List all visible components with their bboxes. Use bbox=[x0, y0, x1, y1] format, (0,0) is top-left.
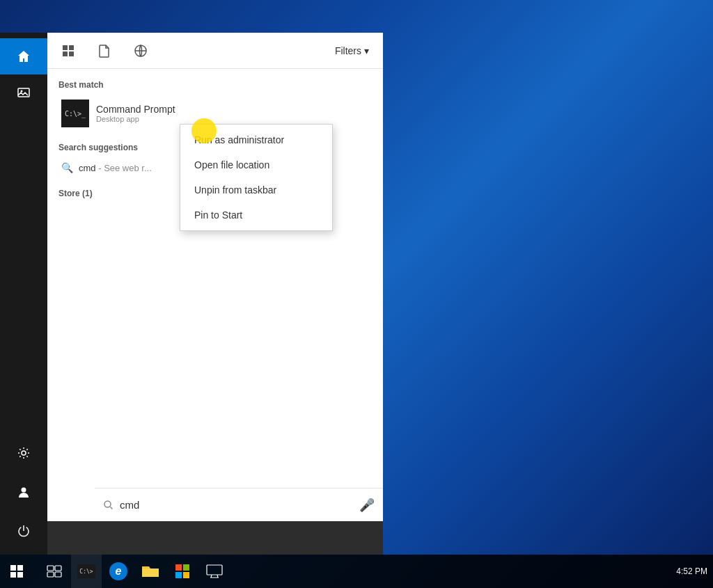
search-input[interactable] bbox=[120, 499, 354, 511]
file-explorer-taskbar-icon[interactable] bbox=[135, 555, 166, 588]
svg-rect-4 bbox=[63, 45, 68, 50]
edge-taskbar-icon[interactable]: e bbox=[103, 555, 134, 588]
monitor-icon bbox=[206, 564, 223, 578]
windows-logo-icon bbox=[10, 564, 24, 578]
svg-rect-21 bbox=[183, 572, 189, 578]
svg-rect-5 bbox=[69, 45, 74, 50]
taskbar-pinned-icons: C:\> e bbox=[39, 555, 230, 588]
sidebar-settings-icon[interactable] bbox=[0, 435, 47, 471]
svg-point-3 bbox=[22, 488, 26, 493]
documents-tab[interactable] bbox=[92, 38, 117, 63]
svg-rect-11 bbox=[17, 565, 23, 571]
svg-point-2 bbox=[22, 451, 26, 455]
task-view-button[interactable] bbox=[39, 555, 70, 588]
start-search-bar: 🎤 bbox=[95, 488, 383, 521]
context-menu: Run as administrator Open file location … bbox=[180, 124, 333, 231]
task-view-icon bbox=[47, 565, 62, 578]
sidebar-photos-icon[interactable] bbox=[0, 74, 47, 111]
desktop-taskbar-icon[interactable] bbox=[199, 555, 230, 588]
best-match-label: Best match bbox=[58, 80, 372, 90]
search-icon bbox=[103, 500, 114, 511]
search-suggestion-icon: 🔍 bbox=[61, 162, 73, 173]
svg-rect-19 bbox=[183, 564, 189, 571]
edge-icon: e bbox=[109, 562, 127, 580]
suggestion-text: cmd - See web r... bbox=[79, 163, 152, 173]
svg-rect-10 bbox=[10, 565, 16, 571]
svg-rect-7 bbox=[69, 51, 74, 56]
tray-time: 4:52 PM bbox=[676, 566, 707, 576]
svg-rect-12 bbox=[10, 572, 16, 578]
start-content-area: Filters ▾ Best match C:\>_ Command Promp… bbox=[47, 33, 383, 521]
svg-rect-18 bbox=[175, 564, 182, 571]
chevron-down-icon: ▾ bbox=[364, 45, 369, 56]
svg-rect-14 bbox=[47, 566, 54, 571]
sidebar-user-icon[interactable] bbox=[0, 474, 47, 510]
store-icon bbox=[174, 563, 191, 580]
svg-point-9 bbox=[104, 501, 111, 507]
sidebar-home-icon[interactable] bbox=[0, 38, 47, 74]
microphone-icon[interactable]: 🎤 bbox=[359, 498, 375, 513]
apps-tab[interactable] bbox=[56, 38, 81, 63]
start-tabs-bar: Filters ▾ bbox=[47, 33, 383, 69]
sidebar-power-icon[interactable] bbox=[0, 513, 47, 549]
cmd-taskbar-img: C:\> bbox=[77, 564, 95, 578]
start-button[interactable] bbox=[0, 555, 33, 588]
svg-rect-16 bbox=[47, 572, 54, 577]
svg-rect-6 bbox=[63, 51, 68, 56]
unpin-from-taskbar-item[interactable]: Unpin from taskbar bbox=[180, 177, 332, 202]
filters-button[interactable]: Filters ▾ bbox=[329, 42, 375, 59]
svg-rect-22 bbox=[207, 565, 222, 575]
web-tab[interactable] bbox=[128, 38, 153, 63]
run-as-administrator-item[interactable]: Run as administrator bbox=[180, 127, 332, 152]
svg-rect-15 bbox=[55, 566, 61, 571]
svg-rect-13 bbox=[17, 572, 23, 578]
cmd-taskbar-icon[interactable]: C:\> bbox=[71, 555, 102, 588]
taskbar: C:\> e bbox=[0, 555, 713, 588]
cmd-icon: C:\>_ bbox=[61, 100, 89, 127]
result-text-block: Command Prompt Desktop app bbox=[96, 104, 175, 123]
svg-rect-20 bbox=[175, 572, 182, 578]
store-taskbar-icon[interactable] bbox=[167, 555, 198, 588]
folder-icon bbox=[141, 564, 159, 579]
open-file-location-item[interactable]: Open file location bbox=[180, 152, 332, 177]
svg-rect-17 bbox=[55, 572, 61, 577]
pin-to-start-item[interactable]: Pin to Start bbox=[180, 202, 332, 228]
start-menu-sidebar bbox=[0, 33, 47, 555]
start-menu: Filters ▾ Best match C:\>_ Command Promp… bbox=[0, 33, 383, 555]
system-tray: 4:52 PM bbox=[676, 566, 713, 576]
